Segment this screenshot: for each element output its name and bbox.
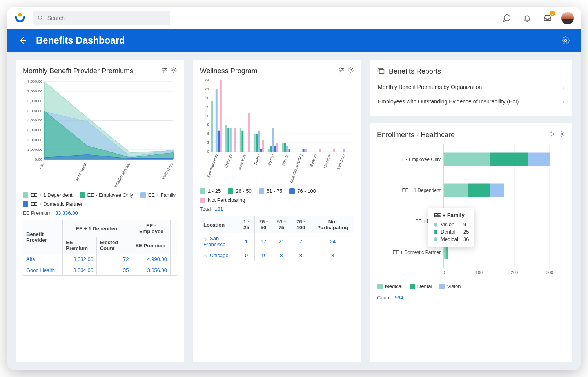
chevron-right-icon: › [563, 84, 564, 90]
svg-point-97 [551, 132, 552, 133]
svg-rect-56 [220, 80, 222, 152]
legend-item[interactable]: 1 - 25 [200, 188, 221, 194]
enroll-count: Count564 [377, 295, 565, 301]
svg-text:15: 15 [205, 105, 209, 109]
premiums-title: Monthly Benefit Provider Premiums [23, 67, 133, 75]
svg-text:9: 9 [207, 122, 209, 127]
svg-rect-68 [256, 134, 258, 152]
svg-point-100 [561, 133, 563, 135]
legend-item[interactable]: Not Participating [200, 197, 245, 203]
sliders-icon[interactable] [549, 130, 556, 139]
gear-icon[interactable] [170, 67, 177, 75]
legend-item[interactable]: Vision [439, 283, 461, 289]
svg-text:8,000.00: 8,000.00 [27, 79, 43, 83]
svg-rect-84 [303, 149, 305, 152]
reports-title: Benefits Reports [389, 67, 441, 76]
svg-text:San Francisco: San Francisco [206, 153, 219, 178]
svg-text:4,000.00: 4,000.00 [27, 118, 43, 122]
table-row: Chicago09888 [200, 250, 354, 261]
legend-item[interactable]: Medical [377, 283, 403, 289]
legend-item[interactable]: EE + Family [140, 192, 176, 198]
provider-link[interactable]: Alta [23, 254, 63, 265]
legend-item[interactable]: EE - Employee Only [80, 192, 133, 198]
enroll-chart[interactable]: 0100200300EE - Employee OnlyEE + 1 Depen… [377, 141, 565, 279]
svg-rect-77 [276, 143, 278, 152]
legend-item[interactable]: EE + Domestic Partner [23, 201, 83, 207]
back-arrow-icon[interactable] [16, 34, 29, 47]
legend-item[interactable]: 76 - 100 [289, 188, 316, 194]
premiums-chart[interactable]: 0.001,000.002,000.003,000.004,000.005,00… [23, 78, 177, 187]
svg-text:Home Office (USA): Home Office (USA) [288, 154, 303, 183]
svg-line-2 [41, 19, 43, 20]
location-link[interactable]: Chicago [210, 252, 229, 258]
legend-item[interactable]: 51 - 75 [259, 188, 282, 194]
svg-rect-111 [490, 153, 528, 166]
svg-rect-55 [218, 131, 220, 152]
svg-rect-110 [444, 153, 490, 166]
gear-icon[interactable] [347, 67, 354, 75]
svg-point-4 [565, 40, 567, 42]
svg-rect-54 [216, 89, 218, 152]
svg-text:6: 6 [207, 131, 209, 136]
svg-rect-91 [343, 149, 345, 152]
svg-rect-61 [234, 128, 236, 152]
svg-point-99 [551, 135, 552, 136]
report-item[interactable]: Monthly Benefit Premiums by Organization… [377, 80, 565, 94]
chat-icon[interactable] [500, 11, 514, 25]
legend-item[interactable]: Dental [410, 283, 432, 289]
svg-rect-80 [284, 143, 286, 152]
chevron-right-icon: › [563, 98, 564, 105]
provider-link[interactable]: Good Health [23, 265, 63, 276]
page-banner: Benefits Dashboard [7, 29, 581, 52]
svg-rect-58 [225, 125, 227, 152]
search-input[interactable] [47, 15, 165, 21]
svg-text:24: 24 [205, 78, 209, 82]
worklets-icon [377, 67, 385, 76]
table-row: Good Health3,604.00353,656.00 [23, 265, 177, 276]
search-box[interactable] [33, 11, 170, 25]
table-row: Alta8,032.00724,990.00 [23, 254, 177, 265]
svg-text:Berwyn: Berwyn [309, 154, 318, 167]
wellness-title: Wellness Program [200, 67, 258, 75]
bell-icon[interactable] [521, 11, 534, 25]
svg-text:5,000.00: 5,000.00 [27, 109, 43, 113]
svg-text:300: 300 [546, 270, 553, 275]
gear-icon[interactable] [559, 34, 572, 47]
card-premiums: Monthly Benefit Provider Premiums 0.001,… [16, 60, 184, 362]
svg-text:Chicago: Chicago [224, 153, 233, 168]
svg-text:3: 3 [207, 140, 209, 145]
svg-text:21: 21 [205, 87, 209, 91]
legend-item[interactable]: 26 - 50 [228, 188, 251, 194]
legend-item[interactable]: EE + 1 Dependent [23, 192, 73, 198]
svg-point-98 [553, 134, 554, 135]
svg-rect-87 [319, 149, 321, 152]
svg-text:Atlanta: Atlanta [281, 153, 289, 166]
wellness-table: Location1 - 2526 - 5051 - 7576 - 100Not … [200, 216, 354, 261]
topbar: 5 [7, 7, 581, 29]
svg-rect-79 [282, 143, 284, 152]
svg-rect-81 [286, 146, 288, 152]
report-item[interactable]: Employees with Outstanding Evidence of I… [377, 94, 565, 109]
sliders-icon[interactable] [161, 67, 168, 75]
avatar[interactable] [561, 12, 574, 24]
card-wellness: Wellness Program 03691215182124San Franc… [193, 60, 361, 362]
gear-icon[interactable] [558, 130, 565, 139]
svg-rect-59 [227, 128, 229, 152]
svg-text:UnitedHealthcare: UnitedHealthcare [113, 161, 131, 187]
sliders-icon[interactable] [338, 67, 345, 75]
svg-point-8 [173, 69, 175, 71]
svg-point-33 [340, 71, 341, 72]
card-reports: Benefits Reports Monthly Benefit Premium… [370, 60, 572, 116]
svg-point-5 [163, 68, 164, 69]
svg-text:3,000.00: 3,000.00 [27, 128, 43, 132]
enroll-tooltip: EE + Family Vision9Dental25Medical36 [428, 208, 474, 247]
workday-logo[interactable] [14, 12, 26, 24]
svg-point-7 [163, 71, 164, 72]
svg-rect-112 [528, 153, 550, 166]
wellness-chart[interactable]: 03691215182124San FranciscoChicagoNew Yo… [200, 78, 354, 183]
svg-rect-82 [289, 149, 290, 152]
inbox-icon[interactable]: 5 [541, 11, 554, 25]
svg-rect-124 [448, 246, 448, 259]
svg-text:0: 0 [443, 270, 445, 275]
svg-text:18: 18 [205, 96, 209, 100]
